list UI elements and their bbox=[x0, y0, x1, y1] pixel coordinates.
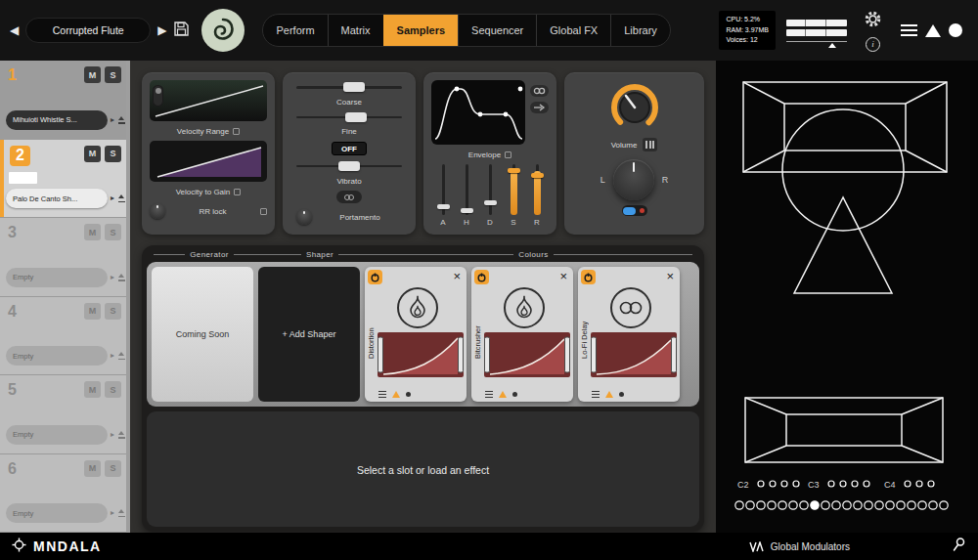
mute-button[interactable]: M bbox=[84, 66, 101, 83]
envelope-loop-icon[interactable] bbox=[530, 102, 549, 113]
tab-sequencer[interactable]: Sequencer bbox=[458, 15, 536, 46]
fx-card-lofi-delay[interactable]: × Lo-Fi Delay bbox=[578, 267, 680, 402]
sample-slot-5[interactable]: 5 MS Empty▸ bbox=[0, 375, 130, 454]
mixer-icon[interactable] bbox=[643, 138, 657, 151]
volume-knob[interactable] bbox=[608, 81, 661, 134]
attack-fader[interactable]: A bbox=[436, 164, 450, 227]
fx-menu-icon[interactable] bbox=[592, 391, 600, 399]
sample-slot-2[interactable]: 2 MS Palo De Canto Sh...▸ bbox=[0, 140, 130, 219]
solo-button[interactable]: S bbox=[105, 66, 121, 83]
solo-button[interactable]: S bbox=[105, 303, 121, 320]
velocity-range-toggle[interactable] bbox=[153, 85, 163, 107]
gear-icon[interactable] bbox=[864, 10, 882, 32]
tab-matrix[interactable]: Matrix bbox=[328, 15, 383, 46]
envelope-graph[interactable] bbox=[431, 80, 525, 145]
expand-editor-icon[interactable] bbox=[234, 189, 241, 195]
wireframe-frustum-top bbox=[743, 82, 947, 172]
save-icon[interactable] bbox=[173, 21, 190, 41]
mute-button[interactable]: M bbox=[84, 146, 101, 162]
solo-button[interactable]: S bbox=[105, 146, 121, 162]
add-shaper-card[interactable]: + Add Shaper bbox=[258, 267, 360, 402]
attack-label: A bbox=[440, 218, 445, 227]
fx-curve-graph[interactable] bbox=[378, 332, 464, 377]
portamento-knob[interactable] bbox=[296, 209, 312, 225]
mute-button[interactable]: M bbox=[84, 303, 101, 320]
close-icon[interactable]: × bbox=[666, 272, 674, 281]
expand-editor-icon[interactable] bbox=[233, 128, 240, 135]
generator-card[interactable]: Coming Soon bbox=[152, 267, 253, 402]
vibrato-off-button[interactable]: OFF bbox=[332, 142, 367, 155]
fx-card-bitcrusher[interactable]: × Bitcrusher bbox=[471, 267, 573, 402]
rr-lock-knob[interactable] bbox=[150, 203, 165, 219]
mute-button[interactable]: M bbox=[84, 224, 101, 240]
volume-label: Volume bbox=[611, 141, 638, 150]
expand-icon[interactable]: ▸ bbox=[111, 352, 114, 360]
fx-curve-graph[interactable] bbox=[484, 332, 570, 377]
power-button[interactable] bbox=[581, 270, 596, 284]
eject-icon[interactable] bbox=[117, 352, 126, 360]
expand-icon[interactable]: ▸ bbox=[111, 194, 114, 202]
sample-slot-6[interactable]: 6 MS Empty▸ bbox=[0, 454, 130, 534]
decay-fader[interactable]: D bbox=[483, 164, 497, 227]
portamento-label: Portamento bbox=[318, 213, 402, 222]
velocity-range-graph[interactable] bbox=[150, 80, 267, 121]
expand-icon[interactable]: ▸ bbox=[111, 274, 114, 281]
coarse-slider[interactable] bbox=[296, 82, 402, 92]
sample-name-pill[interactable]: Palo De Canto Sh... bbox=[6, 189, 108, 208]
tab-samplers[interactable]: Samplers bbox=[383, 15, 459, 46]
info-icon[interactable]: i bbox=[866, 37, 880, 52]
release-fader[interactable]: R bbox=[530, 164, 544, 227]
sample-name-pill[interactable]: Empty bbox=[6, 425, 108, 445]
fx-menu-icon[interactable] bbox=[485, 391, 493, 399]
eject-icon[interactable] bbox=[117, 274, 126, 281]
velocity-to-gain-graph[interactable] bbox=[150, 141, 267, 182]
tab-library[interactable]: Library bbox=[610, 15, 670, 46]
sample-name-pill[interactable]: Mihuioti Whistle S... bbox=[6, 110, 108, 130]
sample-name-pill[interactable]: Empty bbox=[6, 268, 108, 287]
sample-slot-3[interactable]: 3 MS Empty▸ bbox=[0, 218, 130, 297]
tab-global-fx[interactable]: Global FX bbox=[536, 15, 610, 46]
close-icon[interactable]: × bbox=[559, 272, 567, 281]
expand-icon[interactable]: ▸ bbox=[111, 116, 114, 124]
prev-preset-button[interactable]: ◀ bbox=[10, 23, 19, 37]
brand-triangle-icon bbox=[925, 24, 941, 37]
power-button[interactable] bbox=[474, 270, 489, 284]
next-preset-button[interactable]: ▶ bbox=[157, 23, 166, 37]
eject-icon[interactable] bbox=[117, 509, 126, 517]
fx-card-distortion[interactable]: × Distortion bbox=[365, 267, 467, 402]
expand-editor-icon[interactable] bbox=[505, 151, 511, 158]
pan-knob[interactable] bbox=[613, 159, 654, 200]
sustain-fader[interactable]: S bbox=[507, 164, 520, 227]
hold-fader[interactable]: H bbox=[460, 164, 473, 227]
rr-lock-checkbox[interactable] bbox=[260, 208, 267, 215]
pin-icon[interactable] bbox=[951, 537, 966, 556]
keyboard-dots[interactable] bbox=[735, 481, 948, 509]
preset-name[interactable]: Corrupted Flute bbox=[25, 18, 151, 43]
fx-menu-icon[interactable] bbox=[378, 391, 386, 399]
solo-button[interactable]: S bbox=[105, 381, 121, 398]
fx-curve-graph[interactable] bbox=[591, 332, 677, 377]
mute-button[interactable]: M bbox=[84, 381, 101, 398]
expand-icon[interactable]: ▸ bbox=[111, 509, 114, 517]
solo-button[interactable]: S bbox=[105, 224, 121, 240]
pan-mode-toggle[interactable] bbox=[622, 205, 647, 216]
expand-icon[interactable]: ▸ bbox=[111, 431, 114, 439]
envelope-link-icon[interactable] bbox=[530, 85, 549, 97]
global-modulators-button[interactable]: Global Modulators bbox=[749, 541, 850, 552]
eject-icon[interactable] bbox=[117, 116, 126, 124]
vibrato-link-icon[interactable] bbox=[336, 191, 362, 203]
eject-icon[interactable] bbox=[117, 431, 126, 439]
sample-slot-4[interactable]: 4 MS Empty▸ bbox=[0, 297, 130, 376]
vibrato-slider[interactable] bbox=[296, 161, 402, 171]
sample-slot-1[interactable]: 1 MS Mihuioti Whistle S...▸ bbox=[0, 61, 130, 140]
sample-name-pill[interactable]: Empty bbox=[6, 503, 108, 523]
tab-perform[interactable]: Perform bbox=[263, 15, 327, 46]
solo-button[interactable]: S bbox=[105, 460, 121, 477]
close-icon[interactable]: × bbox=[453, 272, 461, 281]
sample-name-pill[interactable]: Empty bbox=[6, 346, 108, 366]
power-button[interactable] bbox=[368, 270, 382, 284]
fine-slider[interactable] bbox=[296, 112, 402, 122]
eject-icon[interactable] bbox=[117, 194, 126, 202]
mute-button[interactable]: M bbox=[84, 460, 101, 477]
voices-stat: Voices: 12 bbox=[726, 35, 769, 46]
